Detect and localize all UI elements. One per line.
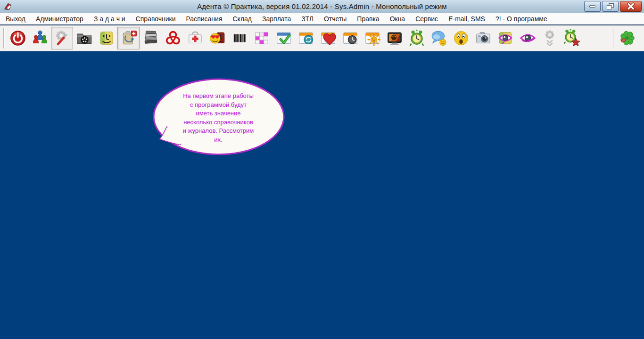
surprised-emoji-icon [452,29,470,47]
menu-item-ztl[interactable]: ЗТЛ [296,14,319,24]
toolbar-button-tools[interactable] [51,27,73,49]
chat-bubbles-icon [430,29,448,47]
toolbar-button-calendar-heart[interactable] [317,27,339,49]
eye-finder-icon [496,29,514,47]
schedule-grid-icon [253,29,271,47]
toolbar-button-biohazard[interactable] [162,27,184,49]
restore-icon [603,1,618,11]
menu-item-schedules[interactable]: Расписания [181,14,228,24]
restore-button[interactable] [602,1,619,12]
minimize-button[interactable] [584,1,601,12]
toolbar-button-archive[interactable] [140,27,162,49]
app-window: Адента © Практика, версия 01.02.2014 - S… [0,0,644,339]
toolbar-button-alarm[interactable] [405,27,428,49]
alarm-star-icon [563,29,581,47]
close-button[interactable] [620,1,642,12]
menu-item-administrator[interactable]: Администратор [31,14,89,24]
menu-item-reports[interactable]: Отчеты [319,14,352,24]
menubar: Выход Администратор З а д а ч и Справочн… [0,13,644,25]
camera-icon [474,29,492,47]
toolbar-button-barcode[interactable] [228,27,250,49]
tooltip-bubble-text: На первом этапе работы с программой буду… [166,92,271,144]
window-controls [584,1,642,12]
toolbar-button-eye-finder[interactable] [494,27,516,49]
gear-download-icon [541,29,559,47]
video-folder-icon [75,29,93,47]
calendar-clock-icon [341,29,359,47]
toolbar-button-medical-card[interactable] [117,27,140,49]
power-icon [9,29,27,47]
toolbar-button-power[interactable] [7,27,29,49]
toolbar-button-users[interactable] [29,27,51,49]
menu-item-edit[interactable]: Правка [352,14,384,24]
finder-face-icon [98,29,116,47]
tv-screen-icon [386,29,404,47]
toolbar-button-gear-download[interactable] [538,27,561,49]
toolbar-section-right [610,27,638,49]
love-smiley-icon [208,29,226,47]
toolbar-button-love-smiley[interactable] [206,27,228,49]
toolbar-button-calendar-check[interactable] [272,27,295,49]
toolbar-button-surprised[interactable] [450,27,472,49]
toolbar-button-first-aid[interactable] [184,27,206,49]
tools-gear-screwdriver-icon [53,29,71,47]
calendar-refresh-icon [297,29,315,47]
toolbar-grip [3,28,5,48]
close-icon [620,1,641,11]
toolbar-button-chat[interactable] [428,27,450,49]
titlebar: Адента © Практика, версия 01.02.2014 - S… [0,0,644,13]
toolbar-button-clover[interactable] [616,27,638,49]
menu-item-tasks[interactable]: З а д а ч и [89,14,131,24]
toolbar-button-calendar-sun[interactable] [361,27,383,49]
toolbar-button-tv[interactable] [383,27,405,49]
barcode-icon [231,29,248,47]
medical-clipboard-icon [120,29,138,47]
calendar-check-icon [275,29,293,47]
menu-item-windows[interactable]: Окна [385,14,411,24]
clover-flower-icon [619,29,636,47]
menu-item-warehouse[interactable]: Склад [227,14,257,24]
menu-item-salary[interactable]: Зарплата [257,14,296,24]
minimize-icon [585,1,600,11]
toolbar-button-alarm-star[interactable] [561,27,583,49]
biohazard-icon [164,29,182,47]
calendar-sun-icon [363,29,381,47]
toolbar-grip-right [613,28,614,48]
menu-item-directories[interactable]: Справочники [131,14,181,24]
books-stack-icon [142,29,160,47]
toolbar-button-video-folder[interactable] [73,27,95,49]
toolbar [0,25,644,51]
window-title: Адента © Практика, версия 01.02.2014 - S… [0,2,644,10]
toolbar-button-camera[interactable] [472,27,494,49]
toolbar-button-schedule-grid[interactable] [250,27,272,49]
menu-item-service[interactable]: Сервис [410,14,443,24]
toolbar-button-finder[interactable] [95,27,117,49]
alarm-clock-icon [408,29,426,47]
users-icon [31,29,49,47]
first-aid-kit-icon [186,29,204,47]
toolbar-button-calendar-clock[interactable] [339,27,361,49]
toolbar-button-eye[interactable] [516,27,538,49]
eye-icon [519,29,537,47]
menu-item-email-sms[interactable]: E-mail, SMS [443,14,490,24]
desktop: На первом этапе работы с программой буду… [0,51,644,339]
calendar-heart-icon [319,29,337,47]
menu-item-about[interactable]: ?! - О программе [490,14,553,24]
toolbar-button-calendar-refresh[interactable] [295,27,317,49]
menu-item-exit[interactable]: Выход [0,14,31,24]
